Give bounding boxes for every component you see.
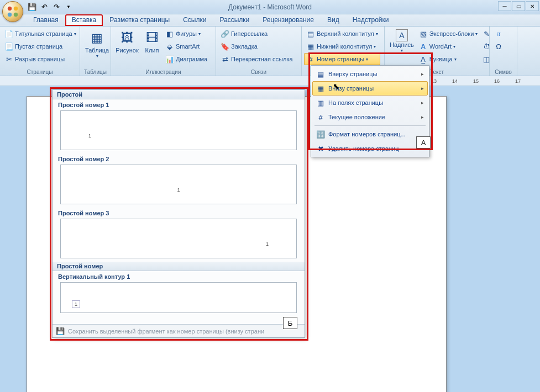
cursor-position-icon: # [316,113,325,121]
shapes-button[interactable]: ◧Фигуры▾ [163,28,209,40]
tab-review[interactable]: Рецензирование [256,14,321,26]
gallery-item-4-label: Вертикальный контур 1 [53,271,305,281]
crossref-button[interactable]: ⇄Перекрестная ссылка [218,53,295,65]
ribbon-tabs: Главная Вставка Разметка страницы Ссылки… [0,14,540,27]
blank-page-button[interactable]: 📃Пустая страница [2,40,78,52]
header-icon: ▤ [306,29,315,38]
menu-page-margins[interactable]: ▥На полях страницы▸ [312,96,428,110]
save-icon[interactable]: 💾 [27,2,38,13]
menu-bottom-of-page[interactable]: ▦Внизу страницы▸ [312,81,428,96]
footer-button[interactable]: ▦Нижний колонтитул▾ [304,40,380,52]
gallery-item-3[interactable]: 1 [60,219,297,258]
chevron-right-icon: ▸ [421,100,424,105]
gallery-item-2[interactable]: 1 [60,165,297,204]
chevron-right-icon: ▸ [421,71,424,77]
symbol-button[interactable]: Ω [492,40,505,52]
horizontal-ruler: 13 14 15 16 17 [0,76,540,86]
cover-page-button[interactable]: 📄Титульная страница▾ [2,28,78,40]
smartart-button[interactable]: ⬙SmartArt [163,40,209,52]
delete-icon: ✖ [316,144,325,153]
link-icon: 🔗 [221,29,229,38]
group-label-tables: Таблицы [82,68,108,76]
clip-button[interactable]: 🎞Клип [141,28,163,68]
smartart-icon: ⬙ [165,42,174,51]
office-button[interactable] [2,1,23,22]
tab-insert[interactable]: Вставка [65,14,103,26]
group-tables: ▦ Таблица▾ Таблицы [80,27,111,76]
break-icon: ✂ [4,55,13,63]
page-break-button[interactable]: ✂Разрыв страницы [2,53,78,65]
group-symbols: πФ Ω Симво [490,27,517,76]
picture-button[interactable]: 🖼Рисунок [113,28,141,68]
menu-top-of-page[interactable]: ▤Вверху страницы▸ [312,67,428,81]
gallery-item-3-label: Простой номер 3 [53,208,305,218]
save-selection-icon: 💾 [56,327,65,336]
menu-current-position[interactable]: #Текущее положение▸ [312,110,428,124]
undo-icon[interactable]: ↶ [39,2,50,13]
gallery-footer[interactable]: 💾 Сохранить выделенный фрагмент как номе… [53,324,305,337]
gallery-item-1[interactable]: 1 [60,110,297,150]
group-pages: 📄Титульная страница▾ 📃Пустая страница ✂Р… [0,27,80,76]
quickparts-button[interactable]: ▧Экспресс-блоки▾ [417,28,480,40]
tab-mailings[interactable]: Рассылки [213,14,256,26]
tab-layout[interactable]: Разметка страницы [103,14,176,26]
minimize-button[interactable]: ─ [498,1,511,11]
annotation-letter-b: Б [283,317,297,329]
ribbon: 📄Титульная страница▾ 📃Пустая страница ✂Р… [0,27,540,76]
shapes-icon: ◧ [165,29,174,38]
group-links: 🔗Гиперссылка 🔖Закладка ⇄Перекрестная ссы… [216,27,302,76]
svg-point-0 [8,7,12,10]
blocks-icon: ▧ [419,29,428,38]
textbox-button[interactable]: AНадпись▾ [387,28,417,68]
window-title: Документ1 - Microsoft Word [228,3,312,11]
quick-access-toolbar: 💾 ↶ ↷ ▼ [27,2,74,13]
table-button[interactable]: ▦ Таблица▾ [82,28,112,68]
bookmark-button[interactable]: 🔖Закладка [218,40,295,52]
annotation-letter-a: А [416,136,431,149]
svg-point-3 [14,13,18,17]
maximize-button[interactable]: ▭ [512,1,525,11]
page-number-button[interactable]: #Номер страницы▾ [304,53,380,65]
pi-icon: π [494,29,503,38]
tab-home[interactable]: Главная [27,14,65,26]
group-illustrations: 🖼Рисунок 🎞Клип ◧Фигуры▾ ⬙SmartArt 📊Диагр… [111,27,216,76]
page-top-icon: ▤ [316,70,325,78]
gallery-item-4[interactable]: 1 [60,282,297,313]
gallery-section-simple-number: Простой номер [53,262,305,271]
redo-icon[interactable]: ↷ [51,2,62,13]
footer-icon: ▦ [306,42,315,51]
bookmark-icon: 🔖 [221,42,229,51]
page-margin-icon: ▥ [316,98,325,107]
page-icon: 📄 [4,29,13,38]
tab-references[interactable]: Ссылки [176,14,213,26]
gallery-section-simple: Простой [53,90,305,99]
menu-remove-numbers[interactable]: ✖Удалить номера страниц [312,141,428,156]
chevron-right-icon: ▸ [421,114,424,120]
dropcap-button[interactable]: A̲Буквица▾ [417,53,480,65]
svg-point-1 [14,7,18,10]
equation-button[interactable]: πФ [492,28,505,40]
header-button[interactable]: ▤Верхний колонтитул▾ [304,28,380,40]
hyperlink-button[interactable]: 🔗Гиперссылка [218,28,295,40]
qat-dropdown-icon[interactable]: ▼ [63,2,74,13]
pagenum-icon: # [306,55,315,63]
wordart-icon: A [419,42,428,51]
close-button[interactable]: ✕ [526,1,539,11]
group-label-illustrations: Иллюстрации [113,68,213,76]
menu-format-numbers[interactable]: 🔢Формат номеров страниц... [312,127,428,141]
tab-addins[interactable]: Надстройки [346,14,396,26]
tab-view[interactable]: Вид [321,14,346,26]
crossref-icon: ⇄ [221,55,229,63]
gallery-item-2-label: Простой номер 2 [53,153,305,163]
chart-button[interactable]: 📊Диаграмма [163,53,209,65]
blank-page-icon: 📃 [4,42,13,51]
chart-icon: 📊 [165,55,174,63]
chevron-right-icon: ▸ [421,86,424,91]
group-label-pages: Страницы [2,68,77,76]
svg-point-2 [8,13,12,17]
gallery-item-1-label: Простой номер 1 [53,99,305,109]
menu-separator [314,125,426,126]
wordart-button[interactable]: AWordArt▾ [417,40,480,52]
format-icon: 🔢 [316,130,325,139]
group-label-symbols: Симво [492,68,515,76]
